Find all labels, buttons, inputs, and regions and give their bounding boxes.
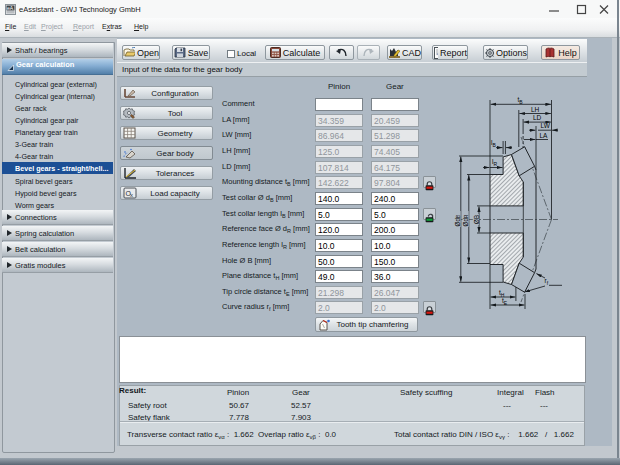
svg-text:rf: rf [545,277,549,286]
svg-text:tE: tE [502,297,508,306]
svg-text:lR: lR [492,158,497,167]
svg-text:LH: LH [531,106,540,113]
svg-text:lB: lB [491,139,496,148]
svg-text:ØdR: ØdR [462,214,469,226]
svg-text:LD: LD [533,114,542,121]
svg-text:x: x [130,192,133,198]
svg-text:ØB: ØB [473,215,480,224]
svg-text:ØdB: ØdB [454,215,461,226]
svg-text:LA: LA [540,132,549,139]
svg-text:eA: eA [7,5,14,11]
svg-text:LW: LW [541,122,551,129]
svg-text:tB: tB [518,96,524,105]
